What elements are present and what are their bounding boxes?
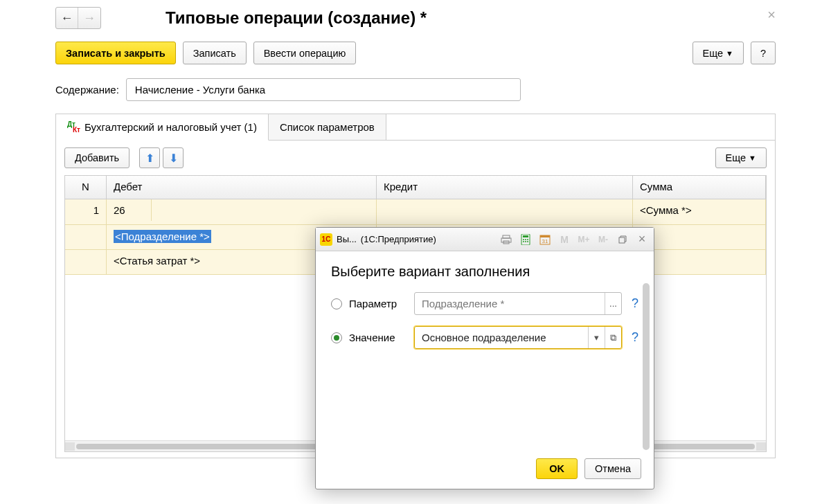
parameter-field-more-button[interactable]: ...: [605, 293, 621, 314]
dialog-close-icon[interactable]: ×: [634, 233, 650, 246]
fill-variant-dialog: 1C Вы... (1С:Предприятие) 31 M M+ M- × В…: [315, 227, 654, 489]
svg-point-10: [527, 241, 528, 242]
save-button[interactable]: Записать: [183, 42, 247, 64]
col-debit[interactable]: Дебет: [107, 176, 377, 199]
svg-point-8: [523, 241, 524, 242]
cell-n[interactable]: 1: [65, 199, 107, 224]
svg-point-5: [523, 239, 524, 240]
col-n[interactable]: N: [65, 176, 107, 199]
dialog-title-app: (1С:Предприятие): [361, 234, 436, 244]
radio-value[interactable]: [331, 332, 342, 343]
value-field-open-button[interactable]: ⧉: [605, 327, 621, 348]
col-credit[interactable]: Кредит: [377, 176, 633, 199]
svg-point-6: [525, 239, 526, 240]
value-field-dropdown-button[interactable]: ▾: [588, 327, 605, 348]
onec-logo-icon: 1C: [320, 233, 332, 246]
dialog-cancel-button[interactable]: Отмена: [584, 458, 641, 479]
arrow-down-icon: ⬇: [169, 152, 178, 165]
cell-sum[interactable]: <Сумма *>: [633, 199, 766, 224]
calculator-icon[interactable]: [518, 233, 533, 246]
calendar-icon[interactable]: 31: [537, 233, 553, 246]
chevron-down-icon: ▼: [749, 154, 756, 162]
save-and-close-button[interactable]: Записать и закрыть: [55, 42, 176, 64]
parameter-help-icon[interactable]: ?: [632, 296, 638, 311]
tab-parameters[interactable]: Список параметров: [269, 114, 386, 141]
value-help-icon[interactable]: ?: [632, 330, 638, 345]
parameter-field-value: Подразделение *: [415, 293, 605, 314]
dialog-title-short: Вы...: [337, 234, 357, 244]
svg-rect-4: [523, 235, 528, 237]
svg-point-9: [525, 241, 526, 242]
memory-mminus-button[interactable]: M-: [596, 233, 611, 246]
tab-accounting-label: Бухгалтерский и налоговый учет (1): [84, 121, 257, 133]
svg-rect-14: [619, 237, 625, 243]
tab-accounting[interactable]: ДтКт Бухгалтерский и налоговый учет (1): [56, 114, 269, 141]
parameter-field[interactable]: Подразделение * ...: [414, 292, 622, 315]
content-input-field[interactable]: [134, 79, 513, 100]
svg-rect-1: [501, 238, 511, 242]
dialog-ok-button[interactable]: OK: [536, 458, 578, 479]
value-field[interactable]: Основное подразделение ▾ ⧉: [414, 326, 622, 349]
print-icon[interactable]: [499, 233, 514, 246]
move-down-button[interactable]: ⬇: [163, 147, 184, 168]
dialog-restore-icon[interactable]: [615, 233, 630, 246]
move-up-button[interactable]: ⬆: [139, 147, 160, 168]
col-sum[interactable]: Сумма: [633, 176, 766, 199]
cell-debit-sub1[interactable]: <Подразделение *>: [114, 230, 211, 243]
nav-buttons: ← →: [55, 7, 101, 29]
nav-back-button[interactable]: ←: [56, 8, 78, 28]
svg-rect-12: [540, 235, 550, 237]
add-row-button[interactable]: Добавить: [64, 147, 129, 168]
table-header: N Дебет Кредит Сумма: [65, 176, 766, 199]
arrow-up-icon: ⬆: [145, 152, 154, 165]
svg-point-7: [527, 239, 528, 240]
content-label: Содержание:: [55, 84, 119, 96]
help-button[interactable]: ?: [751, 42, 776, 64]
value-field-value: Основное подразделение: [415, 327, 588, 348]
radio-parameter[interactable]: [331, 298, 342, 309]
cell-credit-account[interactable]: [377, 199, 633, 224]
content-input[interactable]: [126, 78, 521, 101]
dtkt-icon: ДтКт: [67, 122, 80, 133]
dialog-heading: Выберите вариант заполнения: [331, 264, 638, 280]
dialog-vertical-scrollbar[interactable]: [641, 283, 651, 450]
dialog-titlebar[interactable]: 1C Вы... (1С:Предприятие) 31 M M+ M- ×: [316, 228, 654, 251]
page-title: Типовые операции (создание) *: [166, 8, 427, 28]
svg-rect-0: [503, 235, 510, 238]
enter-operation-button[interactable]: Ввести операцию: [253, 42, 357, 64]
chevron-down-icon: ▼: [726, 49, 733, 57]
cell-debit-account[interactable]: 26: [107, 199, 152, 221]
nav-forward-button: →: [78, 8, 100, 28]
svg-text:31: 31: [542, 238, 548, 244]
more-button[interactable]: Еще▼: [692, 42, 744, 64]
memory-mplus-button[interactable]: M+: [576, 233, 591, 246]
window-close-icon[interactable]: ×: [767, 7, 776, 23]
radio-parameter-label: Параметр: [349, 298, 407, 309]
table-more-button[interactable]: Еще▼: [715, 147, 767, 168]
radio-value-label: Значение: [349, 332, 407, 343]
memory-m-button[interactable]: M: [557, 233, 572, 246]
